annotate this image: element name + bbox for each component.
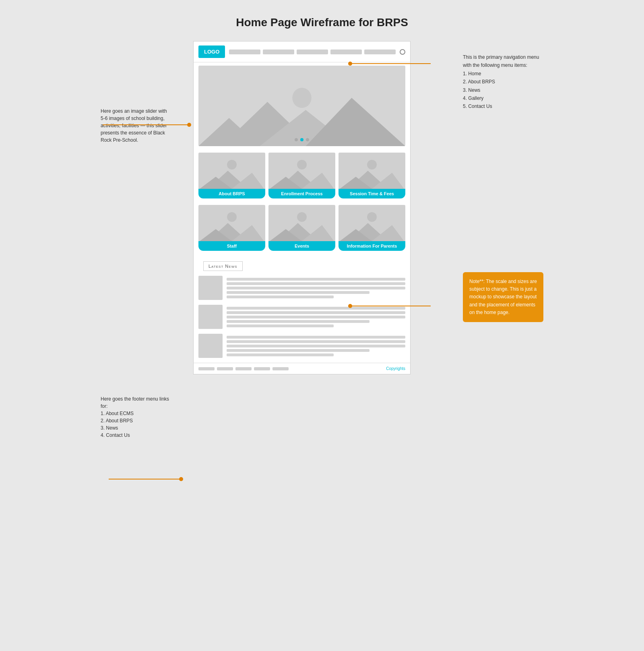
svg-point-5 — [227, 160, 237, 169]
card-label-2[interactable]: Enrollment Process — [268, 189, 335, 198]
footer-item-2: 2. About BRPS — [101, 418, 133, 424]
nav-item-5[interactable] — [364, 50, 396, 54]
footer-item-1: 1. About ECMS — [101, 411, 134, 416]
news-line — [227, 353, 334, 356]
nav-icon — [400, 49, 405, 55]
news-line — [227, 307, 405, 310]
image-slider[interactable] — [198, 66, 405, 146]
footer-link-1[interactable] — [198, 367, 215, 370]
nav-item-4[interactable] — [330, 50, 362, 54]
card-label-3[interactable]: Session Time & Fees — [339, 189, 405, 198]
svg-point-21 — [297, 212, 307, 222]
card-events[interactable]: Events — [268, 205, 335, 251]
news-line — [227, 324, 334, 327]
news-item-2[interactable] — [198, 305, 405, 329]
wireframe-footer: Copyrights — [194, 363, 410, 374]
news-line — [227, 316, 405, 318]
news-line — [227, 345, 405, 347]
svg-point-25 — [367, 212, 377, 222]
slider-dot-2[interactable] — [300, 138, 303, 141]
nav-item-1[interactable] — [229, 50, 260, 54]
nav-item-2[interactable] — [263, 50, 294, 54]
nav-bar — [229, 50, 396, 54]
note-box: Note**: The scale and sizes are subject … — [463, 272, 543, 322]
svg-point-17 — [227, 212, 237, 222]
news-line — [227, 349, 369, 352]
card-img-3 — [339, 153, 405, 189]
copyright-text: Copyrights — [386, 366, 405, 371]
news-thumb-3 — [198, 334, 223, 358]
card-info-parents[interactable]: Information For Parents — [339, 205, 405, 251]
footer-item-3: 3. News — [101, 425, 118, 431]
nav-ann-item-5: 5. Contact Us — [463, 103, 492, 109]
nav-item-3[interactable] — [297, 50, 328, 54]
card-img-2 — [268, 153, 335, 189]
footer-link-2[interactable] — [217, 367, 233, 370]
news-content-3 — [227, 334, 405, 358]
card-staff[interactable]: Staff — [198, 205, 265, 251]
nav-ann-item-1: 1. Home — [463, 71, 481, 76]
nav-annotation: This is the primary navigation menu with… — [463, 53, 543, 111]
news-line — [227, 311, 405, 314]
card-label-4[interactable]: Staff — [198, 241, 265, 251]
page-title: Home Page Wireframe for BRPS — [0, 0, 644, 41]
wireframe-header: LOGO — [194, 41, 410, 62]
nav-ann-item-2: 2. About BRPS — [463, 79, 495, 85]
news-line — [227, 340, 405, 343]
news-item-3[interactable] — [198, 334, 405, 358]
slider-dot-1[interactable] — [295, 138, 298, 141]
svg-point-9 — [297, 160, 307, 169]
card-label-6[interactable]: Information For Parents — [339, 241, 405, 251]
cards-row-1: About BRPS Enrollment Process — [194, 149, 410, 202]
card-img-4 — [198, 205, 265, 241]
card-label-5[interactable]: Events — [268, 241, 335, 251]
news-line — [227, 282, 405, 285]
news-item-1[interactable] — [198, 276, 405, 300]
footer-item-4: 4. Contact Us — [101, 432, 130, 438]
nav-ann-item-3: 3. News — [463, 87, 480, 93]
news-thumb-1 — [198, 276, 223, 300]
news-items-container — [194, 276, 410, 358]
news-content-2 — [227, 305, 405, 329]
news-line — [227, 296, 334, 298]
slider-dots — [295, 138, 309, 141]
news-line — [227, 336, 405, 339]
nav-ann-item-4: 4. Gallery — [463, 95, 483, 101]
footer-links — [198, 367, 289, 370]
footer-link-4[interactable] — [254, 367, 270, 370]
card-about-brps[interactable]: About BRPS — [198, 153, 265, 198]
news-line — [227, 320, 369, 323]
card-label-1[interactable]: About BRPS — [198, 189, 265, 198]
news-line — [227, 278, 405, 281]
slider-annotation: Here goes an image slider with 5-6 image… — [101, 107, 169, 144]
logo: LOGO — [198, 45, 225, 58]
card-img-1 — [198, 153, 265, 189]
svg-point-0 — [292, 88, 312, 108]
card-enrollment[interactable]: Enrollment Process — [268, 153, 335, 198]
cards-row-2: Staff Events — [194, 202, 410, 254]
news-content-1 — [227, 276, 405, 300]
news-thumb-2 — [198, 305, 223, 329]
news-section-header: Latest News — [203, 261, 243, 271]
slider-dot-3[interactable] — [306, 138, 309, 141]
news-line — [227, 291, 369, 294]
footer-arrow-dot — [179, 477, 183, 481]
footer-link-3[interactable] — [235, 367, 252, 370]
footer-annotation: Here goes the footer menu links for: 1. … — [101, 395, 171, 439]
svg-point-13 — [367, 160, 377, 169]
footer-link-5[interactable] — [272, 367, 289, 370]
news-line — [227, 287, 405, 289]
wireframe-container: LOGO — [193, 41, 411, 374]
card-img-5 — [268, 205, 335, 241]
card-img-6 — [339, 205, 405, 241]
card-session-fees[interactable]: Session Time & Fees — [339, 153, 405, 198]
